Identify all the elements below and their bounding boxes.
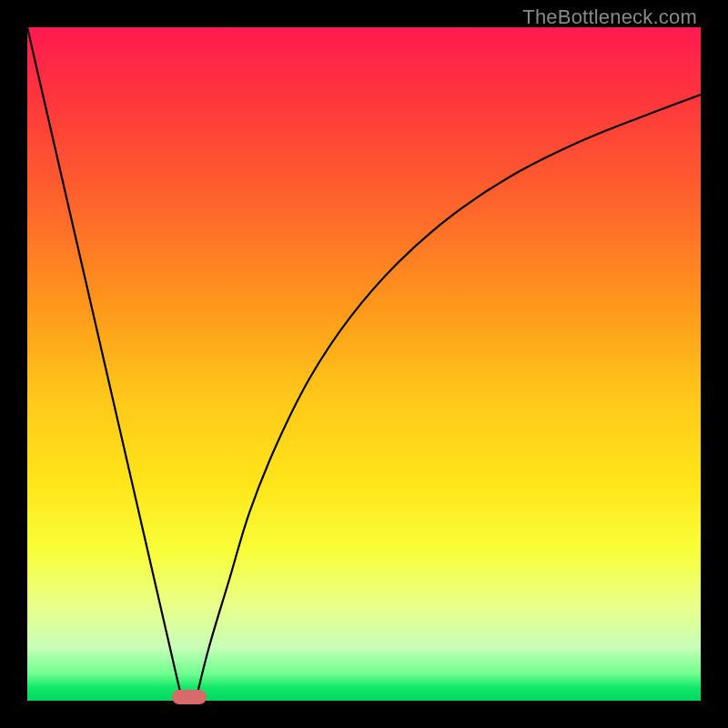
optimum-marker	[172, 690, 207, 704]
plot-area	[27, 27, 701, 701]
right-curve-path	[196, 95, 701, 701]
curve-svg	[27, 27, 701, 701]
watermark-text: TheBottleneck.com	[522, 5, 697, 29]
left-segment-path	[27, 27, 182, 701]
chart-frame: TheBottleneck.com	[0, 0, 728, 728]
